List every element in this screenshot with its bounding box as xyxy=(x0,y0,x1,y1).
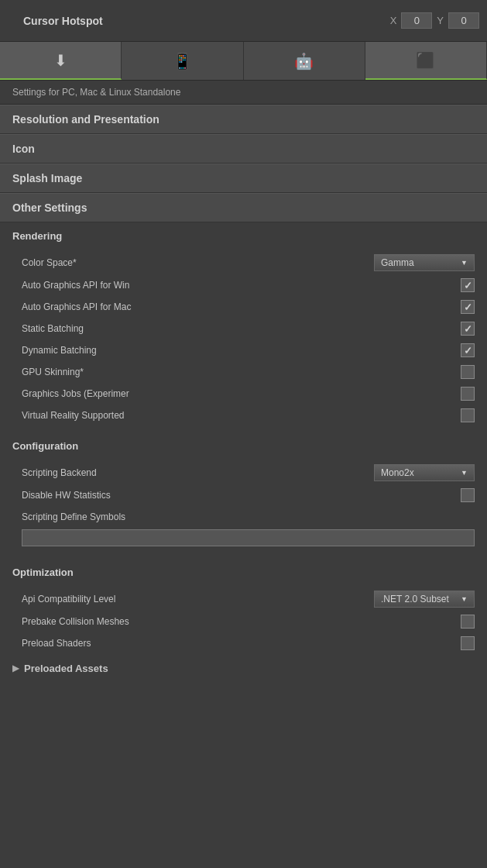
configuration-section: Configuration xyxy=(0,432,487,461)
api-compat-dropdown[interactable]: .NET 2.0 Subset ▼ xyxy=(374,591,475,608)
rendering-section: Rendering xyxy=(0,222,487,251)
prebake-collision-control xyxy=(461,615,475,629)
scripting-define-input[interactable] xyxy=(22,529,475,546)
gpu-skinning-checkbox[interactable] xyxy=(461,365,475,379)
resolution-section-header[interactable]: Resolution and Presentation xyxy=(0,105,487,134)
auto-graphics-win-label: Auto Graphics API for Win xyxy=(22,280,461,291)
static-batching-control xyxy=(461,322,475,336)
scripting-define-label: Scripting Define Symbols xyxy=(22,512,475,522)
gpu-skinning-label: GPU Skinning* xyxy=(22,367,461,377)
color-space-label: Color Space* xyxy=(22,257,374,268)
dropdown-arrow-icon: ▼ xyxy=(461,259,468,267)
platform-tabs: ⬇ 📱 🤖 ⬛ xyxy=(0,42,487,81)
api-compat-row: Api Compatibility Level .NET 2.0 Subset … xyxy=(0,587,487,611)
auto-graphics-win-checkbox[interactable] xyxy=(461,278,475,292)
static-batching-checkbox[interactable] xyxy=(461,322,475,336)
preload-shaders-row: Preload Shaders xyxy=(0,632,487,654)
auto-graphics-win-row: Auto Graphics API for Win xyxy=(0,274,487,296)
vr-supported-label: Virtual Reality Supported xyxy=(22,410,461,421)
graphics-jobs-control xyxy=(461,387,475,401)
optimization-section: Optimization xyxy=(0,559,487,587)
gpu-skinning-row: GPU Skinning* xyxy=(0,361,487,383)
vr-supported-row: Virtual Reality Supported xyxy=(0,405,487,426)
optimization-title: Optimization xyxy=(12,567,475,578)
dynamic-batching-label: Dynamic Batching xyxy=(22,345,461,356)
auto-graphics-win-control xyxy=(461,278,475,292)
pc-icon: ⬇ xyxy=(54,51,67,70)
disable-hw-stats-control xyxy=(461,488,475,502)
settings-label: Settings for PC, Mac & Linux Standalone xyxy=(0,81,487,105)
graphics-jobs-label: Graphics Jobs (Experimer xyxy=(22,388,461,399)
prebake-collision-row: Prebake Collision Meshes xyxy=(0,611,487,632)
x-label: X xyxy=(390,15,397,26)
scripting-define-row: Scripting Define Symbols xyxy=(0,506,487,528)
static-batching-row: Static Batching xyxy=(0,318,487,339)
auto-graphics-mac-control xyxy=(461,300,475,314)
preloaded-assets-label: Preloaded Assets xyxy=(24,663,108,674)
windows-icon: ⬛ xyxy=(416,51,435,70)
scripting-backend-control: Mono2x ▼ xyxy=(374,464,475,481)
scripting-dropdown-arrow-icon: ▼ xyxy=(461,469,468,477)
tab-android[interactable]: 🤖 xyxy=(244,42,365,80)
static-batching-label: Static Batching xyxy=(22,323,461,334)
configuration-title: Configuration xyxy=(12,440,475,452)
splash-section-header[interactable]: Splash Image xyxy=(0,164,487,193)
prebake-collision-label: Prebake Collision Meshes xyxy=(22,616,461,627)
scripting-backend-row: Scripting Backend Mono2x ▼ xyxy=(0,461,487,484)
scripting-backend-dropdown[interactable]: Mono2x ▼ xyxy=(374,464,475,481)
dynamic-batching-checkbox[interactable] xyxy=(461,343,475,357)
icon-section-header[interactable]: Icon xyxy=(0,134,487,164)
vr-supported-control xyxy=(461,408,475,422)
disable-hw-stats-row: Disable HW Statistics xyxy=(0,484,487,506)
tab-windows[interactable]: ⬛ xyxy=(365,42,487,80)
api-compat-label: Api Compatibility Level xyxy=(22,594,374,604)
preload-shaders-label: Preload Shaders xyxy=(22,638,461,649)
android-icon: 🤖 xyxy=(294,52,314,71)
color-space-row: Color Space* Gamma ▼ xyxy=(0,251,487,274)
auto-graphics-mac-checkbox[interactable] xyxy=(461,300,475,314)
triangle-expand-icon[interactable]: ▶ xyxy=(12,663,19,673)
preloaded-assets-row: ▶ Preloaded Assets xyxy=(0,654,487,682)
dynamic-batching-control xyxy=(461,343,475,357)
other-settings-header[interactable]: Other Settings xyxy=(0,193,487,222)
x-input[interactable] xyxy=(401,12,432,29)
prebake-collision-checkbox[interactable] xyxy=(461,615,475,629)
cursor-hotspot-bar: Cursor Hotspot X Y xyxy=(0,0,487,42)
dynamic-batching-row: Dynamic Batching xyxy=(0,339,487,361)
divider-2 xyxy=(0,553,487,559)
gpu-skinning-control xyxy=(461,365,475,379)
cursor-coords: X Y xyxy=(390,12,479,29)
tab-pc[interactable]: ⬇ xyxy=(0,42,122,80)
disable-hw-stats-label: Disable HW Statistics xyxy=(22,490,461,501)
mobile-icon: 📱 xyxy=(173,52,192,71)
graphics-jobs-row: Graphics Jobs (Experimer xyxy=(0,383,487,405)
cursor-hotspot-title: Cursor Hotspot xyxy=(8,15,390,27)
divider-1 xyxy=(0,426,487,432)
color-space-dropdown[interactable]: Gamma ▼ xyxy=(374,254,475,271)
disable-hw-stats-checkbox[interactable] xyxy=(461,488,475,502)
y-input[interactable] xyxy=(448,12,479,29)
api-compat-control: .NET 2.0 Subset ▼ xyxy=(374,591,475,608)
color-space-control: Gamma ▼ xyxy=(374,254,475,271)
scripting-define-input-row xyxy=(0,528,487,553)
other-settings-content: Rendering Color Space* Gamma ▼ Auto Grap… xyxy=(0,222,487,682)
preload-shaders-checkbox[interactable] xyxy=(461,636,475,650)
vr-supported-checkbox[interactable] xyxy=(461,408,475,422)
auto-graphics-mac-row: Auto Graphics API for Mac xyxy=(0,296,487,318)
auto-graphics-mac-label: Auto Graphics API for Mac xyxy=(22,301,461,312)
rendering-title: Rendering xyxy=(12,230,475,242)
api-compat-arrow-icon: ▼ xyxy=(461,595,468,603)
graphics-jobs-checkbox[interactable] xyxy=(461,387,475,401)
tab-mobile[interactable]: 📱 xyxy=(122,42,243,80)
y-label: Y xyxy=(437,15,444,26)
preload-shaders-control xyxy=(461,636,475,650)
scripting-backend-label: Scripting Backend xyxy=(22,467,374,478)
